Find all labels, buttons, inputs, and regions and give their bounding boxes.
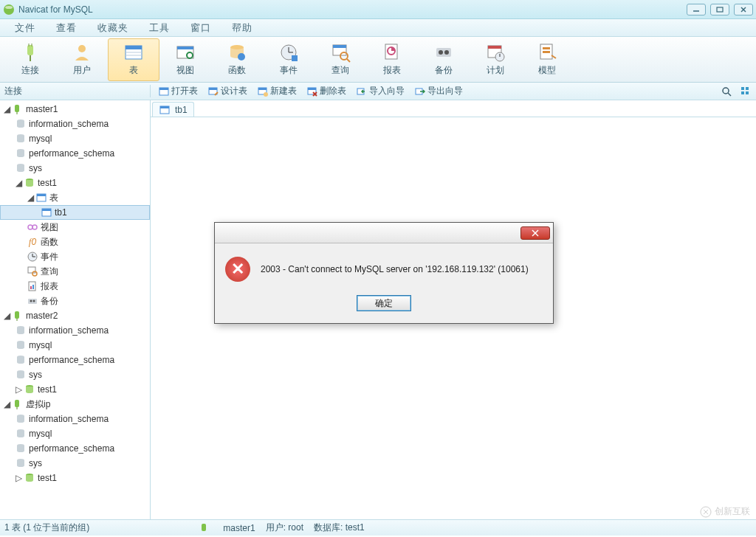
- new-table-button[interactable]: 新建表: [254, 83, 300, 99]
- db-mysql[interactable]: mysql: [0, 338, 150, 353]
- expander-icon[interactable]: ◢: [3, 105, 10, 113]
- grid-view-icon[interactable]: [740, 86, 752, 97]
- menu-help[interactable]: 帮助: [221, 21, 263, 35]
- minimize-button[interactable]: [687, 4, 706, 15]
- db-sys[interactable]: sys: [0, 456, 150, 471]
- dialog-close-button[interactable]: [520, 226, 550, 240]
- menu-file[interactable]: 文件: [4, 21, 46, 35]
- menu-favorites[interactable]: 收藏夹: [87, 21, 139, 35]
- backups-icon: [27, 295, 38, 307]
- functions-icon: f0: [27, 236, 38, 248]
- svg-rect-56: [741, 87, 744, 90]
- database-icon: [15, 443, 27, 454]
- folder-queries[interactable]: 查询: [0, 264, 150, 279]
- dialog-titlebar[interactable]: [215, 223, 553, 243]
- toolbar-event[interactable]: 事件: [263, 38, 315, 81]
- import-wizard-button[interactable]: 导入向导: [353, 83, 408, 99]
- views-icon: [27, 221, 38, 233]
- expander-icon[interactable]: ◢: [3, 312, 10, 319]
- maximize-button[interactable]: [710, 4, 729, 15]
- user-icon: [72, 42, 92, 63]
- database-icon: [15, 325, 27, 336]
- connection-tree[interactable]: ◢master1 information_schema mysql perfor…: [0, 100, 151, 519]
- expander-icon[interactable]: ▷: [15, 386, 22, 393]
- open-table-icon: [159, 86, 169, 97]
- folder-backups[interactable]: 备份: [0, 294, 150, 308]
- dialog-ok-button[interactable]: 确定: [357, 295, 411, 311]
- title-bar: Navicat for MySQL: [0, 0, 756, 19]
- table-icon: [41, 207, 52, 218]
- db-performance-schema[interactable]: performance_schema: [0, 441, 150, 456]
- svg-line-55: [728, 93, 731, 96]
- db-information-schema[interactable]: information_schema: [0, 323, 150, 338]
- svg-point-71: [28, 225, 32, 229]
- import-icon: [357, 86, 367, 97]
- table-icon: [123, 42, 144, 63]
- database-icon: [15, 118, 27, 130]
- folder-functions[interactable]: f0函数: [0, 235, 150, 249]
- db-sys[interactable]: sys: [0, 367, 150, 382]
- svg-point-82: [30, 300, 32, 302]
- database-icon: [15, 133, 27, 145]
- table-tb1[interactable]: tb1: [0, 205, 150, 220]
- backup-icon: [433, 42, 454, 63]
- folder-events[interactable]: 事件: [0, 249, 150, 264]
- menu-view[interactable]: 查看: [46, 21, 87, 35]
- clock-icon: [278, 42, 299, 63]
- db-mysql[interactable]: mysql: [0, 131, 150, 146]
- open-table-button[interactable]: 打开表: [155, 83, 202, 99]
- toolbar-query[interactable]: 查询: [315, 38, 366, 81]
- search-icon[interactable]: [721, 86, 732, 97]
- svg-rect-25: [333, 45, 346, 48]
- toolbar-report[interactable]: 报表: [366, 38, 418, 81]
- menu-tools[interactable]: 工具: [139, 21, 180, 35]
- folder-tables[interactable]: ◢表: [0, 190, 150, 205]
- svg-rect-68: [37, 194, 46, 196]
- expander-icon[interactable]: ◢: [3, 401, 10, 408]
- toolbar-table[interactable]: 表: [108, 38, 159, 81]
- toolbar-model[interactable]: 模型: [521, 38, 573, 81]
- tab-tb1[interactable]: tb1: [152, 102, 194, 117]
- database-icon: [15, 339, 27, 351]
- plug-icon: [20, 42, 41, 63]
- db-test1-open[interactable]: ◢test1: [0, 176, 150, 190]
- expander-icon[interactable]: ◢: [15, 179, 22, 187]
- toolbar-view[interactable]: 视图: [159, 38, 211, 81]
- export-wizard-button[interactable]: 导出向导: [411, 83, 467, 99]
- toolbar-function[interactable]: 函数: [211, 38, 263, 81]
- db-performance-schema[interactable]: performance_schema: [0, 353, 150, 367]
- db-mysql[interactable]: mysql: [0, 426, 150, 441]
- connection-master1[interactable]: ◢master1: [0, 102, 150, 117]
- folder-reports[interactable]: 报表: [0, 279, 150, 294]
- dialog-message: 2003 - Can't connect to MySQL server on …: [261, 264, 529, 274]
- db-performance-schema[interactable]: performance_schema: [0, 146, 150, 161]
- table-folder-icon: [35, 192, 47, 204]
- connection-icon: [12, 103, 24, 115]
- svg-rect-84: [15, 311, 19, 319]
- db-test1-closed[interactable]: ▷test1: [0, 471, 150, 485]
- svg-rect-81: [28, 299, 37, 304]
- database-open-icon: [24, 472, 35, 484]
- svg-rect-70: [42, 209, 51, 211]
- svg-point-31: [439, 50, 443, 55]
- db-information-schema[interactable]: information_schema: [0, 412, 150, 426]
- expander-icon[interactable]: ◢: [27, 194, 34, 201]
- close-button[interactable]: [734, 4, 753, 15]
- folder-views[interactable]: 视图: [0, 220, 150, 235]
- db-sys[interactable]: sys: [0, 161, 150, 176]
- delete-table-button[interactable]: 删除表: [303, 83, 350, 99]
- toolbar-backup[interactable]: 备份: [418, 38, 470, 81]
- design-table-button[interactable]: 设计表: [205, 83, 251, 99]
- menu-window[interactable]: 窗口: [180, 21, 221, 35]
- connection-master2[interactable]: ◢master2: [0, 308, 150, 323]
- toolbar-connect[interactable]: 连接: [4, 38, 56, 81]
- svg-rect-23: [292, 55, 298, 61]
- toolbar-schedule[interactable]: 计划: [470, 38, 521, 81]
- database-icon: [15, 369, 27, 381]
- svg-rect-80: [32, 285, 34, 289]
- toolbar-user[interactable]: 用户: [56, 38, 108, 81]
- db-information-schema[interactable]: information_schema: [0, 117, 150, 131]
- connection-virtual-ip[interactable]: ◢虚拟ip: [0, 397, 150, 412]
- expander-icon[interactable]: ▷: [15, 474, 22, 482]
- db-test1-closed[interactable]: ▷test1: [0, 382, 150, 397]
